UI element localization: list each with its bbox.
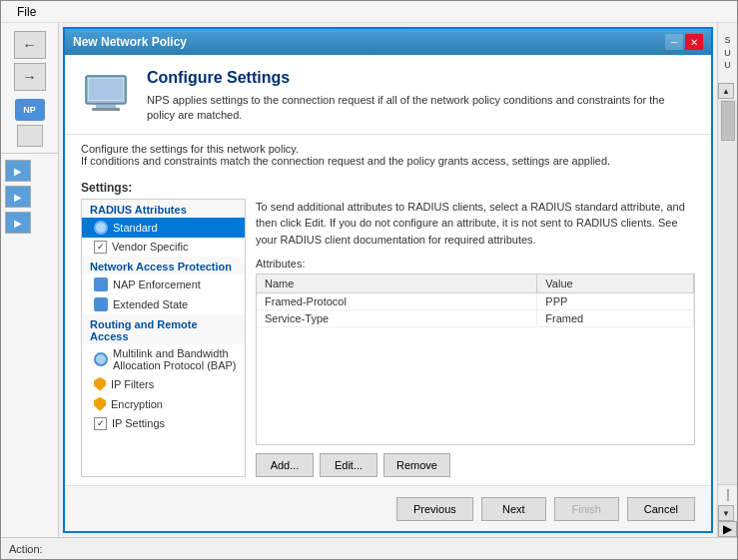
remove-button[interactable]: Remove	[383, 453, 450, 477]
svg-rect-4	[89, 79, 123, 100]
row1-value: PPP	[537, 293, 694, 310]
row1-name: Framed-Protocol	[257, 293, 537, 310]
dialog-subtitle: Configure the settings for this network …	[65, 135, 711, 175]
settings-item-vendor-specific[interactable]: Vendor Specific	[82, 238, 245, 257]
settings-item-nap-enforcement[interactable]: NAP Enforcement	[82, 275, 245, 294]
forward-btn[interactable]: →	[14, 63, 46, 91]
table-row[interactable]: Service-Type Framed	[257, 310, 694, 327]
dialog-close-btn[interactable]: ✕	[685, 34, 703, 50]
cancel-button[interactable]: Cancel	[627, 497, 695, 521]
side-label-s: S	[720, 35, 735, 46]
nap-category: Network Access Protection	[82, 257, 245, 275]
finish-button[interactable]: Finish	[554, 497, 619, 521]
attributes-desc: To send additional attributes to RADIUS …	[256, 199, 695, 249]
header-icon	[81, 69, 131, 119]
ip-settings-label: IP Settings	[112, 417, 165, 429]
np-icon: NP	[15, 99, 45, 121]
vendor-specific-label: Vendor Specific	[112, 241, 188, 253]
dialog-window: New Network Policy ─ ✕	[63, 27, 713, 533]
right-panel: S U U ▲ ▼ ▶	[717, 23, 737, 537]
dialog-minimize-btn[interactable]: ─	[665, 34, 683, 50]
svg-rect-3	[92, 108, 120, 111]
encryption-label: Encryption	[111, 398, 163, 410]
attributes-label: Attributes:	[256, 258, 695, 270]
vendor-specific-checkbox-icon	[94, 241, 107, 254]
scroll-track	[718, 99, 737, 484]
ip-filters-label: IP Filters	[111, 378, 154, 390]
dialog-body: Configure Settings NPS applies settings …	[65, 55, 711, 531]
dialog-titlebar: New Network Policy ─ ✕	[65, 29, 711, 55]
settings-item-ip-filters[interactable]: IP Filters	[82, 374, 245, 394]
settings-item-standard[interactable]: Standard	[82, 218, 245, 238]
status-label: Action:	[9, 543, 43, 555]
settings-item-ip-settings[interactable]: IP Settings	[82, 414, 245, 433]
nap-enforcement-label: NAP Enforcement	[113, 279, 201, 290]
table-row[interactable]: Framed-Protocol PPP	[257, 293, 694, 310]
dialog-main: RADIUS Attributes Standard	[65, 199, 711, 485]
edit-button[interactable]: Edit...	[320, 453, 377, 477]
nav-icon-2[interactable]: ▶	[5, 186, 31, 208]
scroll-mid	[718, 485, 737, 505]
extended-state-icon	[94, 297, 108, 311]
value-column-header: Value	[537, 275, 694, 293]
row2-value: Framed	[537, 310, 694, 327]
np-label: NP	[23, 105, 36, 115]
dialog-header: Configure Settings NPS applies settings …	[65, 55, 711, 135]
multilink-label: Multilink and Bandwidth Allocation Proto…	[113, 347, 237, 371]
settings-item-extended-state[interactable]: Extended State	[82, 294, 245, 314]
side-label-u2: U	[720, 60, 735, 71]
nav-icon-3[interactable]: ▶	[5, 212, 31, 234]
previous-button[interactable]: Previous	[396, 497, 473, 521]
globe-icon	[94, 221, 108, 235]
scroll-right-btn[interactable]: ▶	[718, 521, 737, 537]
svg-rect-2	[96, 105, 116, 108]
attributes-panel: To send additional attributes to RADIUS …	[256, 199, 695, 477]
outer-window-inner: New Network Policy ─ ✕	[59, 23, 737, 537]
ip-filters-icon	[94, 377, 106, 391]
settings-label: Settings:	[65, 175, 711, 199]
settings-panel: RADIUS Attributes Standard	[81, 199, 246, 477]
dialog-title-buttons: ─ ✕	[665, 34, 703, 50]
subtitle-line1: Configure the settings for this network …	[81, 143, 695, 155]
outer-sidebar: ← → NP ▶ ▶ ▶	[1, 23, 59, 537]
standard-label: Standard	[113, 222, 158, 234]
ip-settings-icon	[94, 417, 107, 430]
settings-item-encryption[interactable]: Encryption	[82, 394, 245, 414]
side-label-u: U	[720, 48, 735, 59]
nav-icon-1[interactable]: ▶	[5, 160, 31, 182]
nap-enforcement-icon	[94, 278, 108, 291]
scroll-down-btn[interactable]: ▼	[718, 505, 734, 521]
next-button[interactable]: Next	[481, 497, 546, 521]
dialog-footer: Previous Next Finish Cancel	[65, 485, 711, 531]
outer-window: File ← → NP ▶	[0, 0, 738, 560]
file-menu[interactable]: File	[9, 3, 44, 21]
status-bar: Action:	[1, 537, 737, 559]
scrollbar-area: ▲ ▼	[718, 83, 737, 521]
multilink-icon	[94, 352, 108, 366]
dialog-header-text: Configure Settings NPS applies settings …	[147, 69, 695, 124]
encryption-icon	[94, 397, 106, 411]
attributes-table-container: Name Value Framed-Protocol	[256, 274, 695, 445]
scroll-thumb[interactable]	[721, 101, 735, 141]
add-button[interactable]: Add...	[256, 453, 314, 477]
dialog-header-title: Configure Settings	[147, 69, 695, 87]
top-area: ← → NP ▶ ▶ ▶	[1, 23, 737, 537]
scroll-mid-bar	[727, 489, 729, 501]
name-column-header: Name	[257, 275, 537, 293]
dialog-header-desc: NPS applies settings to the connection r…	[147, 93, 695, 124]
routing-category: Routing and Remote Access	[82, 314, 245, 344]
radius-attributes-category: RADIUS Attributes	[82, 200, 245, 218]
settings-item-multilink[interactable]: Multilink and Bandwidth Allocation Proto…	[82, 344, 245, 374]
folder-icon	[17, 125, 43, 147]
dialog-title: New Network Policy	[73, 35, 187, 49]
extended-state-label: Extended State	[113, 298, 188, 310]
attributes-table: Name Value Framed-Protocol	[257, 275, 694, 327]
subtitle-line2: If conditions and constraints match the …	[81, 155, 695, 167]
menu-bar: File	[1, 1, 737, 23]
attributes-actions: Add... Edit... Remove	[256, 453, 695, 477]
row2-name: Service-Type	[257, 310, 537, 327]
back-btn[interactable]: ←	[14, 31, 46, 59]
scroll-up-btn[interactable]: ▲	[718, 83, 734, 99]
